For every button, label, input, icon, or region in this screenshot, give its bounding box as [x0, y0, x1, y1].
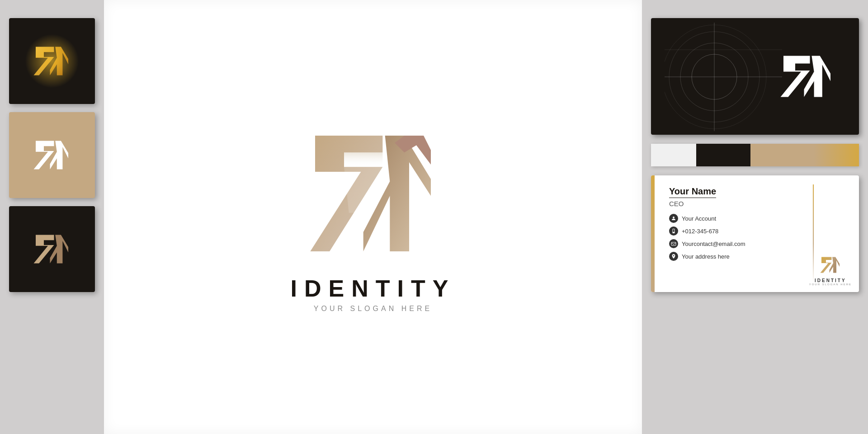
bottom-logo-white-card: IDENTITY YOUR SLOGAN HERE [809, 254, 852, 286]
biz-title: CEO [669, 200, 850, 208]
business-card-white: Your Name CEO Your Account +012-345-678 [651, 175, 859, 292]
left-sidebar [0, 0, 104, 434]
logo-dark-card-svg [778, 47, 836, 106]
gold-accent-bar [651, 175, 655, 292]
color-strip-card [651, 144, 859, 166]
account-icon [669, 214, 678, 223]
contact-row-phone: +012-345-678 [669, 226, 850, 236]
thumbnail-card-gold-glow [9, 18, 95, 104]
right-panel: Your Name CEO Your Account +012-345-678 [642, 0, 868, 434]
center-main-panel: IDENTITY YOUR SLOGAN HERE [104, 0, 642, 434]
biz-name: Your Name [669, 186, 716, 198]
logo-white-svg [32, 135, 72, 175]
strip-gold [814, 144, 859, 166]
strip-tan [750, 144, 814, 166]
thumbnail-card-tan [9, 112, 95, 198]
bottom-logo-text: IDENTITY [809, 278, 852, 283]
svg-rect-23 [671, 242, 676, 245]
svg-marker-10 [344, 167, 382, 212]
contact-row-email: Yourcontact@email.com [669, 239, 850, 248]
strip-black [696, 144, 750, 166]
contact-phone-text: +012-345-678 [682, 228, 718, 235]
svg-point-20 [673, 217, 675, 218]
thumbnail-card-dark-tan [9, 206, 95, 292]
contact-account-text: Your Account [682, 215, 716, 222]
identity-title: IDENTITY [291, 275, 456, 302]
business-card-dark [651, 18, 859, 135]
glow-effect [25, 34, 79, 88]
bottom-logo-svg [819, 254, 842, 276]
contact-email-text: Yourcontact@email.com [682, 241, 745, 247]
svg-rect-22 [673, 229, 675, 232]
identity-slogan: YOUR SLOGAN HERE [314, 305, 432, 313]
svg-marker-7 [344, 152, 382, 167]
contact-row-account: Your Account [669, 214, 850, 223]
strip-white [651, 144, 696, 166]
logo-tan-svg [32, 229, 72, 269]
email-icon [669, 239, 678, 248]
main-logo-large [301, 121, 445, 266]
bottom-logo-sub: YOUR SLOGAN HERE [809, 283, 852, 286]
main-logo-container: IDENTITY YOUR SLOGAN HERE [291, 121, 456, 313]
geometric-lines-svg [665, 23, 782, 131]
contact-address-text: Your address here [682, 253, 730, 260]
phone-icon [669, 226, 678, 236]
address-icon [669, 252, 678, 261]
